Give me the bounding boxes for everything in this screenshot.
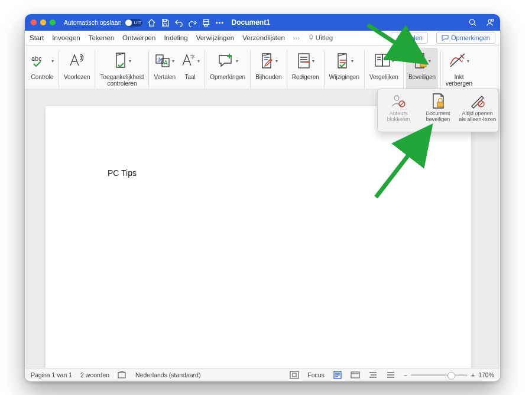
status-words[interactable]: 2 woorden bbox=[80, 371, 109, 378]
protect-document-item[interactable]: Document beveiligen bbox=[419, 93, 456, 129]
group-beveiligen[interactable]: ▾ Beveiligen bbox=[406, 48, 438, 92]
accept-reject-icon: ▾ bbox=[335, 49, 353, 73]
group-vergelijken[interactable]: ▾ Vergelijken bbox=[367, 48, 401, 92]
svg-rect-18 bbox=[437, 102, 443, 107]
accessibility-icon: ▾ bbox=[113, 49, 131, 73]
group-controle[interactable]: abc▾ Controle bbox=[28, 48, 56, 92]
tell-me[interactable]: Uitleg bbox=[308, 34, 333, 41]
new-comment-icon: ▾ bbox=[218, 49, 238, 73]
svg-point-2 bbox=[222, 22, 223, 23]
document-body-text[interactable]: PC Tips bbox=[108, 168, 137, 178]
undo-icon[interactable] bbox=[174, 18, 183, 27]
comments-button[interactable]: Opmerkingen bbox=[436, 32, 495, 44]
spellcheck-icon: abc▾ bbox=[31, 49, 54, 73]
redo-icon[interactable] bbox=[188, 18, 197, 27]
svg-text:abc: abc bbox=[31, 55, 42, 62]
window-traffic-lights bbox=[31, 19, 56, 25]
titlebar: Automatisch opslaan UIT bbox=[25, 14, 500, 31]
group-vertalen[interactable]: あA▾ Vertalen bbox=[151, 48, 178, 92]
open-readonly-item[interactable]: Altijd openen als alleen-lezen bbox=[459, 93, 496, 129]
group-voorlezen[interactable]: Voorlezen bbox=[61, 48, 92, 92]
svg-rect-22 bbox=[293, 373, 296, 377]
web-layout-icon[interactable] bbox=[351, 371, 360, 379]
svg-rect-14 bbox=[382, 54, 390, 66]
protect-document-icon bbox=[431, 93, 445, 109]
svg-point-3 bbox=[469, 19, 474, 24]
tab-indeling[interactable]: Indeling bbox=[164, 34, 187, 41]
tab-start[interactable]: Start bbox=[30, 34, 44, 41]
group-toegankelijkheid[interactable]: ▾ Toegankelijkheid controleren bbox=[98, 48, 146, 92]
svg-rect-12 bbox=[299, 54, 309, 68]
svg-point-4 bbox=[488, 19, 491, 22]
group-opmerkingen[interactable]: ▾ Opmerkingen bbox=[207, 48, 248, 92]
zoom-out-button[interactable]: − bbox=[404, 371, 407, 378]
zoom-control: − + 170% bbox=[404, 371, 494, 378]
draft-view-icon[interactable] bbox=[386, 371, 395, 379]
search-icon[interactable] bbox=[468, 18, 477, 27]
print-icon[interactable] bbox=[202, 18, 210, 27]
zoom-in-button[interactable]: + bbox=[471, 371, 475, 378]
svg-rect-20 bbox=[118, 373, 125, 378]
focus-mode[interactable] bbox=[290, 371, 299, 379]
outline-view-icon[interactable] bbox=[368, 371, 378, 379]
group-taal[interactable]: 字▾ Taal bbox=[178, 48, 202, 92]
zoom-percent[interactable]: 170% bbox=[478, 371, 494, 378]
focus-label[interactable]: Focus bbox=[307, 371, 325, 378]
svg-text:A: A bbox=[164, 60, 168, 66]
tab-verwijzingen[interactable]: Verwijzingen bbox=[196, 34, 235, 41]
zoom-window-button[interactable] bbox=[50, 19, 56, 25]
reviewing-pane-icon: ▾ bbox=[296, 49, 314, 73]
document-title: Document1 bbox=[231, 18, 270, 27]
account-icon[interactable] bbox=[485, 18, 494, 27]
compare-icon: ▾ bbox=[374, 49, 394, 73]
hide-ink-icon: ▾ bbox=[449, 49, 469, 73]
svg-point-16 bbox=[394, 96, 399, 100]
document-page[interactable]: PC Tips bbox=[46, 106, 471, 368]
home-icon[interactable] bbox=[147, 18, 156, 27]
svg-rect-24 bbox=[351, 372, 359, 378]
tab-verzendlijsten[interactable]: Verzendlijsten bbox=[242, 34, 285, 41]
share-button[interactable]: Delen bbox=[391, 32, 428, 44]
track-changes-icon: ▾ bbox=[259, 49, 278, 73]
tab-tekenen[interactable]: Tekenen bbox=[89, 34, 114, 41]
svg-point-0 bbox=[216, 22, 218, 23]
ribbon-tabstrip: Start Invoegen Tekenen Ontwerpen Indelin… bbox=[25, 31, 500, 45]
svg-point-1 bbox=[219, 22, 220, 23]
spellcheck-status-icon[interactable] bbox=[118, 371, 127, 379]
zoom-slider[interactable] bbox=[411, 374, 468, 376]
tab-invoegen[interactable]: Invoegen bbox=[52, 34, 80, 41]
svg-rect-15 bbox=[420, 62, 426, 67]
tab-overflow-icon[interactable]: ››› bbox=[293, 34, 300, 41]
minimize-window-button[interactable] bbox=[40, 19, 46, 25]
svg-rect-13 bbox=[375, 54, 382, 66]
ellipsis-icon[interactable] bbox=[215, 18, 224, 27]
read-aloud-icon bbox=[68, 49, 86, 73]
protect-dropdown: Auteurs blokkeren Document beveiligen Al… bbox=[377, 89, 499, 132]
svg-text:字: 字 bbox=[190, 54, 195, 60]
close-window-button[interactable] bbox=[31, 19, 37, 25]
autosave-switch[interactable]: UIT bbox=[125, 19, 142, 27]
group-bijhouden[interactable]: ▾ Bijhouden bbox=[253, 48, 284, 92]
ribbon: abc▾ Controle Voorlezen ▾ Toegankelijkhe… bbox=[25, 45, 500, 92]
group-wijzigingen[interactable]: ▾ Wijzigingen bbox=[327, 48, 362, 92]
save-icon[interactable] bbox=[161, 18, 170, 27]
svg-rect-21 bbox=[290, 371, 299, 378]
group-redigeren[interactable]: ▾ Redigeren bbox=[290, 48, 322, 92]
autosave-toggle[interactable]: Automatisch opslaan UIT bbox=[64, 19, 142, 27]
group-inkt[interactable]: ▾ Inkt verbergen bbox=[443, 48, 475, 92]
svg-point-5 bbox=[491, 19, 494, 21]
statusbar: Pagina 1 van 1 2 woorden Nederlands (sta… bbox=[25, 368, 500, 381]
open-readonly-icon bbox=[470, 93, 485, 109]
block-authors-icon bbox=[391, 93, 406, 109]
status-page[interactable]: Pagina 1 van 1 bbox=[31, 371, 72, 378]
status-language[interactable]: Nederlands (standaard) bbox=[135, 371, 200, 378]
translate-icon: あA▾ bbox=[155, 49, 174, 73]
print-layout-icon[interactable] bbox=[333, 371, 342, 379]
tab-ontwerpen[interactable]: Ontwerpen bbox=[122, 34, 155, 41]
autosave-label: Automatisch opslaan bbox=[64, 19, 121, 26]
block-authors-item: Auteurs blokkeren bbox=[380, 93, 417, 129]
protect-icon: ▾ bbox=[413, 49, 431, 73]
language-icon: 字▾ bbox=[180, 49, 200, 73]
